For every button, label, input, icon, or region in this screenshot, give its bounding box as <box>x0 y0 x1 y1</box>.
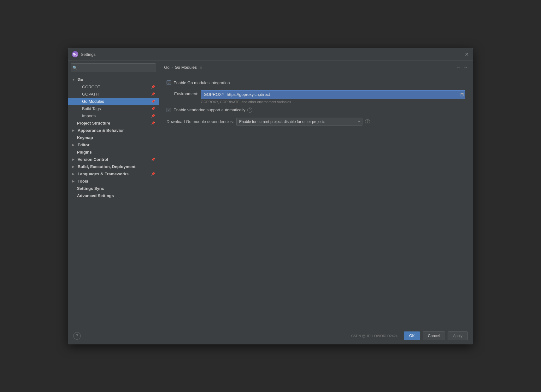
footer: ? CSDN @HELLOWORLD2424 OK Cancel Apply <box>68 328 473 344</box>
env-label: Environment: <box>174 90 198 96</box>
enable-modules-checkbox-label[interactable]: Enable Go modules integration <box>167 80 230 85</box>
chevron-right-icon: ▶ <box>72 179 76 183</box>
chevron-right-icon: ▶ <box>72 158 76 161</box>
sidebar-item-editor[interactable]: ▶ Editor <box>68 141 159 149</box>
watermark: CSDN @HELLOWORLD2424 <box>351 334 397 338</box>
pin-icon: 📌 <box>151 92 155 96</box>
sidebar-item-build-tags[interactable]: Build Tags 📌 <box>68 105 159 112</box>
settings-dialog: Go Settings ✕ 🔍 ▼ Go GOROOT 📌 <box>68 48 473 344</box>
help-icon: ? <box>76 334 78 338</box>
breadcrumb-parent[interactable]: Go <box>164 65 169 70</box>
vendoring-help-icon[interactable]: ? <box>247 108 252 113</box>
cancel-button[interactable]: Cancel <box>423 331 445 340</box>
content-area: Go › Go Modules ⊟ ← → Enable Go modules … <box>159 61 473 328</box>
sidebar-item-advanced[interactable]: Advanced Settings <box>68 192 159 199</box>
chevron-down-icon: ▼ <box>72 78 76 81</box>
sidebar-item-languages[interactable]: ▶ Languages & Frameworks 📌 <box>68 170 159 178</box>
pin-icon: 📌 <box>151 100 155 103</box>
enable-vendoring-checkbox-label[interactable]: Enable vendoring support automatically <box>167 108 245 112</box>
sidebar-item-go[interactable]: ▼ Go <box>68 76 159 83</box>
content-header: Go › Go Modules ⊟ ← → <box>159 61 473 74</box>
breadcrumb: Go › Go Modules ⊟ <box>164 65 203 70</box>
breadcrumb-current: Go Modules <box>175 65 197 70</box>
env-input-container: ⊞ <box>201 90 465 99</box>
download-select[interactable]: Enable for current project, disable for … <box>236 118 362 126</box>
enable-modules-row: Enable Go modules integration <box>167 80 465 85</box>
env-input[interactable] <box>201 90 465 99</box>
download-select-wrap: Enable for current project, disable for … <box>236 118 362 126</box>
main-area: 🔍 ▼ Go GOROOT 📌 GOPATH <box>68 61 473 328</box>
chevron-right-icon: ▶ <box>72 172 76 176</box>
nav-arrows: ← → <box>456 65 468 70</box>
enable-vendoring-row: Enable vendoring support automatically ? <box>167 108 465 113</box>
breadcrumb-separator: › <box>171 65 173 70</box>
sidebar-item-project-structure[interactable]: Project Structure 📌 <box>68 120 159 127</box>
dialog-title: Settings <box>81 52 464 57</box>
env-input-wrap: ⊞ GOPROXY, GOPRIVATE, and other environm… <box>201 90 465 104</box>
expand-input-icon[interactable]: ⊞ <box>460 92 464 97</box>
sidebar-item-go-modules[interactable]: Go Modules 📌 <box>68 98 159 105</box>
env-hint: GOPROXY, GOPRIVATE, and other environmen… <box>201 100 465 104</box>
chevron-right-icon: ▶ <box>72 165 76 168</box>
title-bar: Go Settings ✕ <box>68 48 473 61</box>
search-box: 🔍 <box>71 63 156 72</box>
sidebar-item-version-control[interactable]: ▶ Version Control 📌 <box>68 156 159 163</box>
apply-button[interactable]: Apply <box>448 331 468 340</box>
app-icon: Go <box>72 51 78 57</box>
help-button[interactable]: ? <box>73 332 81 340</box>
chevron-right-icon: ▶ <box>72 143 76 147</box>
pin-icon: 📌 <box>151 121 155 125</box>
sidebar-item-imports[interactable]: Imports 📌 <box>68 112 159 120</box>
sidebar: 🔍 ▼ Go GOROOT 📌 GOPATH <box>68 61 159 328</box>
download-help-icon[interactable]: ? <box>365 119 370 124</box>
pin-icon: 📌 <box>151 172 155 176</box>
pin-icon: 📌 <box>151 114 155 118</box>
sidebar-item-appearance[interactable]: ▶ Appearance & Behavior <box>68 127 159 134</box>
enable-vendoring-label: Enable vendoring support automatically <box>173 108 245 112</box>
enable-vendoring-checkbox[interactable] <box>167 108 171 112</box>
pin-icon: 📌 <box>151 85 155 89</box>
sidebar-item-settings-sync[interactable]: Settings Sync <box>68 185 159 192</box>
chevron-right-icon: ▶ <box>72 129 76 132</box>
bookmark-icon[interactable]: ⊟ <box>199 65 203 69</box>
back-arrow-button[interactable]: ← <box>456 65 461 70</box>
search-icon: 🔍 <box>73 66 77 70</box>
search-input[interactable] <box>71 63 156 72</box>
enable-modules-label: Enable Go modules integration <box>173 80 230 85</box>
sidebar-nav: ▼ Go GOROOT 📌 GOPATH 📌 Go Module <box>68 75 159 328</box>
download-label: Download Go module dependencies: <box>167 119 234 124</box>
forward-arrow-button[interactable]: → <box>463 65 468 70</box>
pin-icon: 📌 <box>151 107 155 110</box>
download-row: Download Go module dependencies: Enable … <box>167 118 465 126</box>
sidebar-item-keymap[interactable]: Keymap <box>68 134 159 141</box>
ok-button[interactable]: OK <box>404 331 420 340</box>
footer-right: CSDN @HELLOWORLD2424 OK Cancel Apply <box>351 331 468 340</box>
close-button[interactable]: ✕ <box>464 52 469 57</box>
pin-icon: 📌 <box>151 158 155 161</box>
env-row: Environment: ⊞ GOPROXY, GOPRIVATE, and o… <box>174 90 465 104</box>
sidebar-item-goroot[interactable]: GOROOT 📌 <box>68 83 159 91</box>
sidebar-item-tools[interactable]: ▶ Tools <box>68 178 159 185</box>
sidebar-item-gopath[interactable]: GOPATH 📌 <box>68 91 159 98</box>
content-body: Enable Go modules integration Environmen… <box>159 74 473 328</box>
enable-modules-checkbox[interactable] <box>167 80 171 85</box>
sidebar-item-build-exec[interactable]: ▶ Build, Execution, Deployment <box>68 163 159 170</box>
sidebar-item-plugins[interactable]: Plugins <box>68 149 159 156</box>
